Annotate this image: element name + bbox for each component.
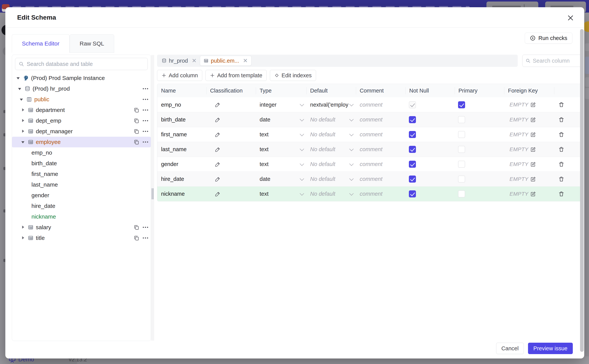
comment-input[interactable] bbox=[360, 176, 398, 182]
tree-item-instance[interactable]: (Prod) Prod Sample Instance bbox=[12, 73, 151, 83]
pencil-icon[interactable] bbox=[215, 176, 221, 182]
caret-down-icon[interactable] bbox=[20, 140, 26, 144]
column-name[interactable]: birth_date bbox=[157, 117, 206, 123]
run-checks-button[interactable]: Run checks bbox=[525, 32, 572, 44]
column-search-input[interactable] bbox=[533, 58, 573, 64]
delete-column-icon[interactable] bbox=[558, 102, 564, 108]
tree-item-column-gender[interactable]: gender bbox=[12, 190, 151, 201]
primary-checkbox[interactable] bbox=[458, 190, 465, 197]
resize-handle-icon[interactable] bbox=[152, 188, 152, 199]
delete-column-icon[interactable] bbox=[558, 131, 564, 138]
column-name[interactable]: emp_no bbox=[157, 102, 206, 108]
delete-column-icon[interactable] bbox=[558, 161, 564, 167]
not-null-checkbox[interactable] bbox=[409, 190, 416, 197]
default-select[interactable]: No default bbox=[306, 117, 356, 123]
panel-resize-gutter[interactable] bbox=[151, 55, 154, 341]
tree-item-table-title[interactable]: title bbox=[12, 233, 151, 243]
default-select[interactable]: No default bbox=[306, 191, 356, 197]
type-select[interactable]: integer bbox=[256, 102, 306, 108]
default-select[interactable]: No default bbox=[306, 176, 356, 182]
caret-down-icon[interactable] bbox=[16, 76, 21, 81]
type-select[interactable]: date bbox=[256, 176, 306, 182]
not-null-checkbox[interactable] bbox=[409, 131, 416, 138]
type-select[interactable]: date bbox=[256, 117, 306, 123]
tab-raw-sql[interactable]: Raw SQL bbox=[70, 34, 114, 53]
more-icon[interactable] bbox=[145, 120, 146, 121]
comment-input[interactable] bbox=[360, 102, 398, 108]
edit-indexes-button[interactable]: Edit indexes bbox=[270, 70, 316, 81]
tree-search-input[interactable] bbox=[27, 61, 144, 67]
close-chip-icon[interactable]: ✕ bbox=[192, 58, 196, 64]
comment-input[interactable] bbox=[360, 117, 398, 123]
tree-item-column-first-name[interactable]: first_name bbox=[12, 169, 151, 179]
comment-input[interactable] bbox=[360, 161, 398, 167]
tab-schema-editor[interactable]: Schema Editor bbox=[12, 34, 70, 53]
caret-right-icon[interactable] bbox=[20, 118, 26, 123]
edit-foreign-key-icon[interactable] bbox=[530, 117, 536, 123]
edit-foreign-key-icon[interactable] bbox=[530, 191, 536, 197]
edit-foreign-key-icon[interactable] bbox=[530, 176, 536, 182]
column-name[interactable]: nickname bbox=[157, 191, 206, 197]
caret-down-icon[interactable] bbox=[19, 97, 24, 102]
close-chip-icon[interactable]: ✕ bbox=[243, 58, 248, 64]
pencil-icon[interactable] bbox=[215, 132, 221, 137]
copy-icon[interactable] bbox=[134, 224, 139, 230]
tree-item-schema-public[interactable]: public bbox=[12, 94, 151, 105]
tree-item-table-employee[interactable]: employee bbox=[12, 137, 151, 147]
more-icon[interactable] bbox=[145, 142, 146, 143]
pencil-icon[interactable] bbox=[215, 102, 221, 108]
comment-input[interactable] bbox=[360, 146, 398, 152]
tree-item-table-department[interactable]: department bbox=[12, 105, 151, 115]
pencil-icon[interactable] bbox=[215, 147, 221, 152]
column-name[interactable]: hire_date bbox=[157, 176, 206, 182]
not-null-checkbox[interactable] bbox=[409, 161, 416, 168]
type-select[interactable]: text bbox=[256, 191, 306, 197]
cancel-button[interactable]: Cancel bbox=[496, 343, 524, 354]
more-icon[interactable] bbox=[145, 88, 146, 89]
edit-foreign-key-icon[interactable] bbox=[530, 132, 536, 137]
more-icon[interactable] bbox=[145, 227, 146, 228]
primary-checkbox[interactable] bbox=[458, 131, 465, 138]
copy-icon[interactable] bbox=[134, 235, 139, 241]
primary-checkbox[interactable] bbox=[458, 101, 465, 108]
default-select[interactable]: No default bbox=[306, 131, 356, 138]
copy-icon[interactable] bbox=[134, 107, 139, 113]
pencil-icon[interactable] bbox=[215, 117, 221, 123]
not-null-checkbox[interactable] bbox=[409, 176, 416, 182]
tree-item-column-nickname[interactable]: nickname bbox=[12, 211, 151, 222]
edit-foreign-key-icon[interactable] bbox=[530, 102, 536, 108]
default-select[interactable]: nextval('employ bbox=[306, 102, 356, 108]
column-name[interactable]: gender bbox=[157, 161, 206, 167]
tree-item-table-salary[interactable]: salary bbox=[12, 222, 151, 233]
copy-icon[interactable] bbox=[134, 129, 139, 134]
tab-chip-public-employee[interactable]: public.em... ✕ bbox=[200, 56, 251, 66]
edit-foreign-key-icon[interactable] bbox=[530, 162, 536, 167]
more-icon[interactable] bbox=[145, 99, 146, 100]
add-from-template-button[interactable]: Add from template bbox=[206, 70, 267, 81]
tree-item-column-last-name[interactable]: last_name bbox=[12, 179, 151, 190]
modal-scrollbar[interactable] bbox=[580, 29, 584, 352]
primary-checkbox[interactable] bbox=[458, 116, 465, 123]
primary-checkbox[interactable] bbox=[458, 146, 465, 153]
delete-column-icon[interactable] bbox=[558, 117, 564, 123]
add-column-button[interactable]: Add column bbox=[157, 70, 202, 81]
caret-right-icon[interactable] bbox=[20, 129, 26, 134]
caret-right-icon[interactable] bbox=[20, 235, 26, 240]
pencil-icon[interactable] bbox=[215, 162, 221, 167]
edit-foreign-key-icon[interactable] bbox=[530, 147, 536, 152]
not-null-checkbox[interactable] bbox=[409, 116, 416, 123]
more-icon[interactable] bbox=[145, 237, 146, 239]
delete-column-icon[interactable] bbox=[558, 191, 564, 197]
delete-column-icon[interactable] bbox=[558, 146, 564, 152]
tree-item-table-dept-manager[interactable]: dept_manager bbox=[12, 126, 151, 137]
copy-icon[interactable] bbox=[134, 118, 139, 124]
type-select[interactable]: text bbox=[256, 161, 306, 167]
tab-chip-hr-prod[interactable]: hr_prod ✕ bbox=[158, 56, 200, 66]
column-name[interactable]: last_name bbox=[157, 146, 206, 152]
more-icon[interactable] bbox=[145, 110, 146, 110]
preview-issue-button[interactable]: Preview issue bbox=[528, 343, 573, 354]
delete-column-icon[interactable] bbox=[558, 176, 564, 182]
type-select[interactable]: text bbox=[256, 146, 306, 152]
comment-input[interactable] bbox=[360, 191, 398, 197]
tree-item-column-birth-date[interactable]: birth_date bbox=[12, 158, 151, 169]
